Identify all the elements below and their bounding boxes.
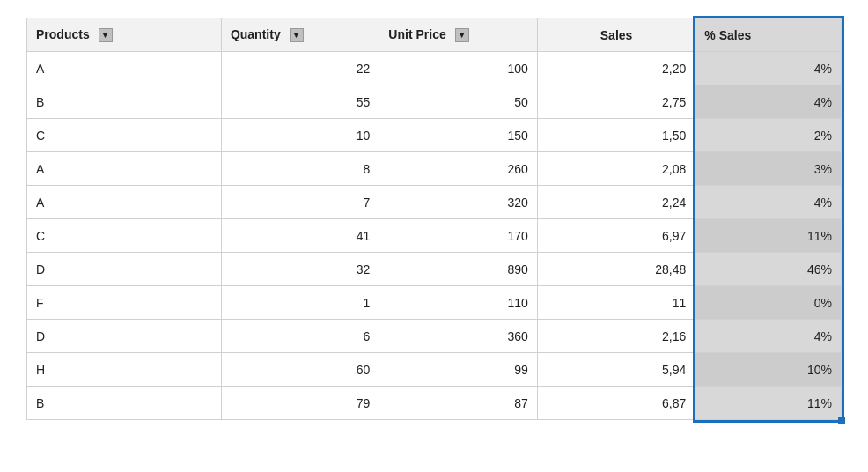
cell-pct-sales[interactable]: 0% — [695, 286, 842, 320]
cell-sales[interactable]: 2,16 — [537, 320, 695, 353]
cell-unitprice[interactable]: 87 — [379, 387, 537, 420]
cell-quantity[interactable]: 60 — [221, 353, 379, 387]
cell-quantity[interactable]: 10 — [221, 119, 379, 152]
table-row: D3289028,4846% — [27, 253, 842, 286]
cell-sales[interactable]: 2,20 — [537, 52, 695, 85]
spreadsheet-table: Products ▼ Quantity ▼ Unit Price ▼ Sales — [26, 18, 842, 420]
unitprice-label: Unit Price — [388, 27, 445, 41]
cell-product[interactable]: B — [27, 387, 222, 420]
cell-pct-sales[interactable]: 4% — [695, 320, 842, 353]
header-pct-sales: % Sales — [695, 18, 842, 52]
table-body: A221002,204%B55502,754%C101501,502%A8260… — [27, 52, 842, 420]
cell-quantity[interactable]: 22 — [221, 52, 379, 85]
cell-product[interactable]: A — [27, 186, 222, 219]
cell-quantity[interactable]: 1 — [221, 286, 379, 320]
table-row: F1110110% — [27, 286, 842, 320]
table-row: C411706,9711% — [27, 219, 842, 253]
cell-unitprice[interactable]: 110 — [379, 286, 537, 320]
pct-sales-label: % Sales — [704, 28, 751, 42]
table-row: B79876,8711% — [27, 387, 842, 420]
cell-pct-sales[interactable]: 2% — [695, 119, 842, 152]
header-products[interactable]: Products ▼ — [27, 18, 222, 52]
quantity-label: Quantity — [231, 27, 281, 41]
cell-sales[interactable]: 5,94 — [537, 353, 695, 387]
header-row: Products ▼ Quantity ▼ Unit Price ▼ Sales — [27, 18, 842, 52]
table-row: A82602,083% — [27, 152, 842, 186]
cell-sales[interactable]: 11 — [537, 286, 695, 320]
cell-quantity[interactable]: 7 — [221, 186, 379, 219]
table-row: D63602,164% — [27, 320, 842, 353]
cell-unitprice[interactable]: 99 — [379, 353, 537, 387]
cell-product[interactable]: D — [27, 253, 222, 286]
cell-unitprice[interactable]: 50 — [379, 85, 537, 119]
cell-sales[interactable]: 2,24 — [537, 186, 695, 219]
quantity-filter-btn[interactable]: ▼ — [290, 28, 304, 42]
cell-sales[interactable]: 2,08 — [537, 152, 695, 186]
cell-product[interactable]: F — [27, 286, 222, 320]
cell-quantity[interactable]: 55 — [221, 85, 379, 119]
cell-sales[interactable]: 6,97 — [537, 219, 695, 253]
cell-sales[interactable]: 1,50 — [537, 119, 695, 152]
cell-unitprice[interactable]: 360 — [379, 320, 537, 353]
cell-unitprice[interactable]: 170 — [379, 219, 537, 253]
cell-product[interactable]: C — [27, 219, 222, 253]
header-quantity[interactable]: Quantity ▼ — [221, 18, 379, 52]
cell-unitprice[interactable]: 100 — [379, 52, 537, 85]
header-unitprice[interactable]: Unit Price ▼ — [379, 18, 537, 52]
cell-pct-sales[interactable]: 46% — [695, 253, 842, 286]
cell-pct-sales[interactable]: 4% — [695, 85, 842, 119]
cell-quantity[interactable]: 41 — [221, 219, 379, 253]
cell-unitprice[interactable]: 260 — [379, 152, 537, 186]
cell-pct-sales[interactable]: 10% — [695, 353, 842, 387]
cell-product[interactable]: C — [27, 119, 222, 152]
products-filter-btn[interactable]: ▼ — [99, 28, 113, 42]
products-label: Products — [36, 27, 90, 41]
table-row: A221002,204% — [27, 52, 842, 85]
cell-quantity[interactable]: 8 — [221, 152, 379, 186]
cell-sales[interactable]: 28,48 — [537, 253, 695, 286]
cell-pct-sales[interactable]: 4% — [695, 52, 842, 85]
spreadsheet-wrapper: Products ▼ Quantity ▼ Unit Price ▼ Sales — [0, 0, 868, 472]
table-row: A73202,244% — [27, 186, 842, 219]
cell-pct-sales[interactable]: 4% — [695, 186, 842, 219]
cell-product[interactable]: B — [27, 85, 222, 119]
cell-unitprice[interactable]: 320 — [379, 186, 537, 219]
cell-unitprice[interactable]: 150 — [379, 119, 537, 152]
cell-quantity[interactable]: 32 — [221, 253, 379, 286]
table-row: H60995,9410% — [27, 353, 842, 387]
table-container: Products ▼ Quantity ▼ Unit Price ▼ Sales — [26, 18, 842, 420]
cell-pct-sales[interactable]: 11% — [695, 219, 842, 253]
cell-quantity[interactable]: 6 — [221, 320, 379, 353]
table-row: B55502,754% — [27, 85, 842, 119]
cell-quantity[interactable]: 79 — [221, 387, 379, 420]
cell-product[interactable]: H — [27, 353, 222, 387]
cell-pct-sales[interactable]: 3% — [695, 152, 842, 186]
cell-pct-sales[interactable]: 11% — [695, 387, 842, 420]
cell-sales[interactable]: 2,75 — [537, 85, 695, 119]
sales-label: Sales — [600, 28, 633, 42]
header-sales: Sales — [537, 18, 695, 52]
unitprice-filter-btn[interactable]: ▼ — [455, 28, 469, 42]
cell-product[interactable]: A — [27, 52, 222, 85]
cell-sales[interactable]: 6,87 — [537, 387, 695, 420]
table-row: C101501,502% — [27, 119, 842, 152]
cell-product[interactable]: A — [27, 152, 222, 186]
cell-unitprice[interactable]: 890 — [379, 253, 537, 286]
cell-product[interactable]: D — [27, 320, 222, 353]
